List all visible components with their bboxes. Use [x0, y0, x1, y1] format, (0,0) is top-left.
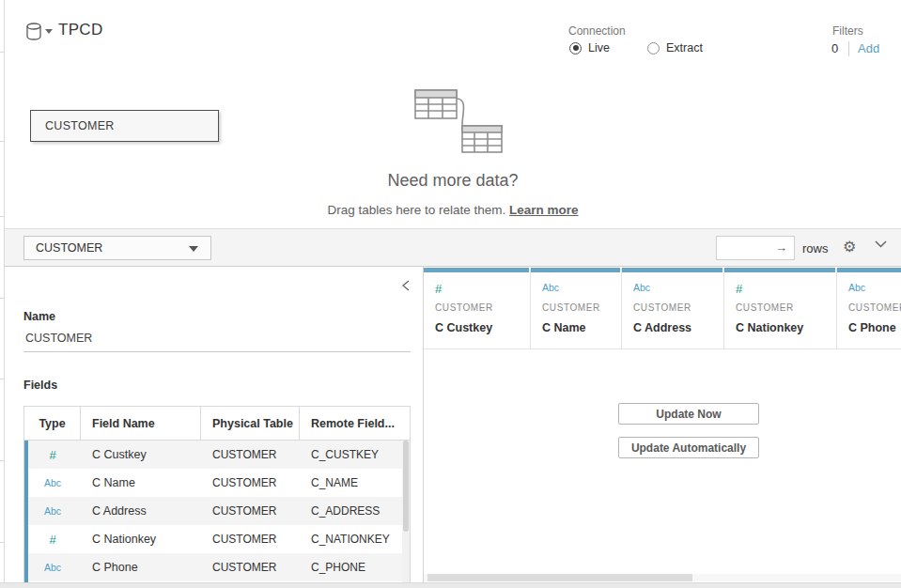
remote-field-cell: C_NATIONKEY	[300, 525, 404, 553]
rows-label: rows	[802, 241, 828, 255]
remote-field-cell: C_NAME	[300, 469, 404, 497]
column-accent-bar	[622, 268, 722, 272]
field-row[interactable]: Abc C Address CUSTOMER C_ADDRESS	[24, 497, 410, 525]
field-type-icon: #	[49, 533, 55, 547]
field-type-icon: Abc	[44, 477, 61, 488]
radio-live-circle[interactable]	[569, 42, 582, 54]
table-name-input[interactable]: CUSTOMER	[25, 332, 92, 345]
empty-state-title: Need more data?	[5, 171, 901, 191]
radio-extract[interactable]: Extract	[647, 41, 703, 54]
table-select-value: CUSTOMER	[36, 241, 102, 255]
filters-add-link[interactable]: Add	[858, 41, 879, 55]
column-type-icon: Abc	[542, 282, 621, 295]
update-now-button[interactable]: Update Now	[618, 403, 759, 425]
column-accent-bar	[424, 268, 529, 272]
pane-tick	[0, 141, 5, 142]
fields-table-scrollbar-thumb[interactable]	[403, 441, 409, 532]
fields-table-body: # C Custkey CUSTOMER C_CUSTKEY Abc C Nam…	[24, 441, 410, 581]
table-select-dropdown[interactable]: CUSTOMER	[23, 236, 211, 260]
canvas-table-customer-label: CUSTOMER	[45, 119, 115, 132]
relate-tables-illustration	[404, 86, 505, 156]
gear-icon[interactable]: ⚙	[843, 238, 856, 255]
fields-rows-accent-bar	[24, 441, 28, 588]
radio-live[interactable]: Live	[569, 41, 610, 54]
column-field-name[interactable]: C Name	[542, 321, 621, 334]
col-header-field-name[interactable]: Field Name	[81, 407, 201, 440]
grid-column-header[interactable]: Abc CUSTOMER C Name	[531, 268, 622, 349]
col-header-type[interactable]: Type	[24, 407, 81, 440]
filters-count: 0	[831, 41, 838, 55]
grid-column-header[interactable]: Abc CUSTOMER C Phone	[837, 268, 901, 349]
canvas-table-customer[interactable]: CUSTOMER	[30, 110, 219, 142]
filters-label: Filters	[832, 24, 863, 38]
column-field-name[interactable]: C Nationkey	[736, 321, 836, 334]
column-accent-bar	[531, 268, 620, 272]
col-header-remote-field[interactable]: Remote Field...	[300, 407, 404, 440]
filters-divider	[848, 41, 849, 56]
column-field-name[interactable]: C Phone	[848, 321, 901, 334]
data-grid-panel: # CUSTOMER C Custkey Abc CUSTOMER C Name…	[424, 267, 901, 588]
fields-table-scrollbar[interactable]	[402, 441, 410, 588]
field-row[interactable]: # C Nationkey CUSTOMER C_NATIONKEY	[24, 525, 410, 553]
column-table-name: CUSTOMER	[435, 302, 530, 313]
field-name-cell[interactable]: C Custkey	[81, 441, 201, 469]
remote-field-cell: C_CUSTKEY	[300, 441, 404, 469]
field-type-icon: Abc	[44, 505, 61, 517]
column-table-name: CUSTOMER	[848, 302, 901, 313]
datasource-title[interactable]: TPCD	[58, 21, 102, 39]
column-field-name[interactable]: C Custkey	[435, 321, 530, 334]
physical-table-cell: CUSTOMER	[201, 525, 300, 553]
physical-table-cell: CUSTOMER	[201, 441, 300, 469]
dropdown-caret-icon	[189, 246, 198, 252]
col-header-physical-table[interactable]: Physical Table	[201, 407, 300, 440]
physical-table-cell: CUSTOMER	[201, 497, 300, 525]
remote-field-cell: C_PHONE	[300, 553, 404, 581]
database-dropdown-caret[interactable]	[45, 29, 53, 34]
learn-more-link[interactable]: Learn more	[509, 203, 579, 217]
window-bottom-strip	[0, 582, 901, 588]
column-table-name: CUSTOMER	[542, 302, 621, 313]
datasource-toolbar: CUSTOMER → rows ⚙	[5, 228, 901, 267]
physical-table-cell: CUSTOMER	[201, 469, 300, 497]
table-details-panel: Name CUSTOMER Fields Type Field Name Phy…	[5, 267, 423, 588]
data-grid-headers: # CUSTOMER C Custkey Abc CUSTOMER C Name…	[424, 268, 901, 349]
grid-horizontal-scrollbar-thumb[interactable]	[427, 574, 692, 581]
grid-column-header[interactable]: # CUSTOMER C Custkey	[424, 268, 531, 349]
fields-table-header: Type Field Name Physical Table Remote Fi…	[24, 407, 410, 441]
empty-state-hint: Drag tables here to relate them. Learn m…	[5, 203, 901, 217]
column-type-icon: Abc	[848, 282, 901, 295]
radio-live-label: Live	[588, 41, 610, 54]
column-table-name: CUSTOMER	[633, 302, 723, 313]
chevron-down-icon[interactable]	[875, 240, 887, 248]
grid-column-header[interactable]: Abc CUSTOMER C Address	[622, 268, 724, 349]
fields-label: Fields	[23, 379, 57, 392]
go-arrow-icon[interactable]: →	[775, 240, 787, 255]
fields-table: Type Field Name Physical Table Remote Fi…	[23, 406, 411, 588]
column-accent-bar	[837, 268, 901, 272]
update-automatically-button[interactable]: Update Automatically	[618, 437, 759, 458]
field-name-cell[interactable]: C Address	[81, 497, 201, 525]
field-type-icon: #	[49, 448, 55, 462]
connection-label: Connection	[568, 24, 626, 38]
field-type-icon: Abc	[44, 562, 61, 573]
column-type-icon: #	[435, 282, 530, 295]
rows-count-input[interactable]: →	[716, 236, 795, 260]
field-row[interactable]: Abc C Phone CUSTOMER C_PHONE	[24, 553, 410, 581]
radio-extract-circle[interactable]	[647, 42, 660, 54]
grid-column-header[interactable]: # CUSTOMER C Nationkey	[724, 268, 837, 349]
collapse-panel-icon[interactable]	[402, 280, 410, 291]
field-name-cell[interactable]: C Phone	[81, 553, 201, 581]
field-name-cell[interactable]: C Name	[81, 469, 201, 497]
column-type-icon: Abc	[633, 282, 723, 295]
column-field-name[interactable]: C Address	[633, 321, 723, 334]
field-row[interactable]: Abc C Name CUSTOMER C_NAME	[24, 469, 410, 497]
name-label: Name	[23, 310, 55, 323]
pane-tick	[0, 52, 5, 53]
column-table-name: CUSTOMER	[736, 302, 836, 313]
field-name-cell[interactable]: C Nationkey	[81, 525, 201, 553]
remote-field-cell: C_ADDRESS	[300, 497, 404, 525]
name-input-underline	[23, 351, 411, 352]
empty-state-hint-text: Drag tables here to relate them.	[327, 203, 505, 217]
field-row[interactable]: # C Custkey CUSTOMER C_CUSTKEY	[24, 441, 410, 469]
database-icon[interactable]	[25, 23, 42, 41]
